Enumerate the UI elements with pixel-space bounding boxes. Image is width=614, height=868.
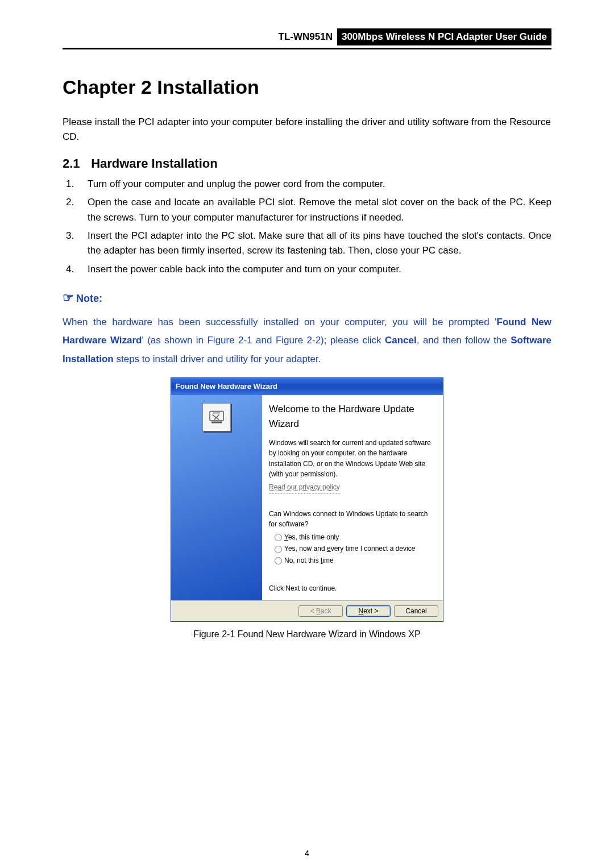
- dialog-main: Welcome to the Hardware Update Wizard Wi…: [262, 395, 443, 600]
- pointing-hand-icon: ☞: [63, 288, 74, 308]
- section-name: Hardware Installation: [91, 156, 218, 171]
- svg-rect-1: [211, 422, 222, 423]
- wizard-icon: [202, 403, 231, 431]
- header-divider: [63, 48, 551, 49]
- doc-title-banner: 300Mbps Wireless N PCI Adapter User Guid…: [337, 28, 551, 45]
- note-body: When the hardware has been successfully …: [63, 313, 551, 368]
- note-text: steps to install driver and utility for …: [114, 354, 321, 364]
- radio-text: No, not this: [284, 556, 321, 564]
- dialog-description: Windows will search for current and upda…: [269, 438, 436, 480]
- note-text: When the hardware has been successfully …: [63, 317, 497, 327]
- radio-no[interactable]: No, not this time: [275, 555, 436, 566]
- dialog-side-banner: [171, 395, 262, 600]
- dialog-button-row: < Back Next > Cancel: [171, 600, 443, 621]
- note-heading: ☞Note:: [63, 288, 551, 308]
- step-3: 3. Insert the PCI adapter into the PC sl…: [63, 229, 551, 259]
- radio-yes-always[interactable]: Yes, now and every time I connect a devi…: [275, 543, 436, 554]
- found-new-hardware-wizard-dialog: Found New Hardware Wizard Welcome to the…: [171, 377, 443, 622]
- step-text: Insert the PCI adapter into the PC slot.…: [88, 229, 551, 259]
- dialog-continue-hint: Click Next to continue.: [269, 583, 436, 594]
- hardware-install-steps: 1. Turn off your computer and unplug the…: [63, 177, 551, 277]
- step-text: Insert the power cable back into the com…: [88, 262, 401, 277]
- radio-group: Yes, this time only Yes, now and every t…: [269, 532, 436, 566]
- step-1: 1. Turn off your computer and unplug the…: [63, 177, 551, 192]
- step-number: 4.: [66, 262, 78, 277]
- chapter-title: Chapter 2 Installation: [63, 72, 551, 102]
- radio-input[interactable]: [275, 557, 282, 564]
- next-button[interactable]: Next >: [346, 605, 391, 617]
- dialog-heading: Welcome to the Hardware Update Wizard: [269, 402, 436, 432]
- radio-input[interactable]: [275, 546, 282, 553]
- note-text: ' (as shown in Figure 2-1 and Figure 2-2…: [142, 335, 385, 346]
- step-number: 1.: [66, 177, 78, 192]
- radio-input[interactable]: [275, 534, 282, 541]
- step-text: Open the case and locate an available PC…: [88, 195, 551, 225]
- note-bold: Cancel: [385, 335, 417, 346]
- step-number: 2.: [66, 195, 78, 225]
- radio-text: es, this time only: [288, 533, 339, 541]
- section-number: 2.1: [63, 154, 88, 173]
- back-button: < Back: [298, 605, 343, 617]
- section-2-1-title: 2.1 Hardware Installation: [63, 154, 551, 173]
- radio-text: ime: [322, 556, 333, 564]
- page-number: 4: [63, 846, 551, 859]
- doc-header: TL-WN951N 300Mbps Wireless N PCI Adapter…: [63, 28, 551, 45]
- radio-accel: Y: [284, 533, 288, 541]
- radio-text: very time I connect a device: [331, 545, 416, 553]
- figure-caption: Figure 2-1 Found New Hardware Wizard in …: [63, 628, 551, 642]
- step-2: 2. Open the case and locate an available…: [63, 195, 551, 225]
- privacy-policy-link[interactable]: Read our privacy policy: [269, 482, 340, 494]
- note-text: , and then follow the: [417, 335, 511, 346]
- dialog-titlebar[interactable]: Found New Hardware Wizard: [171, 378, 443, 395]
- step-text: Turn off your computer and unplug the po…: [88, 177, 385, 192]
- step-4: 4. Insert the power cable back into the …: [63, 262, 551, 277]
- radio-accel: e: [327, 545, 331, 553]
- radio-text: Yes, now and: [284, 545, 327, 553]
- dialog-question: Can Windows connect to Windows Update to…: [269, 509, 436, 530]
- radio-yes-once[interactable]: Yes, this time only: [275, 532, 436, 543]
- intro-paragraph: Please install the PCI adapter into your…: [63, 115, 551, 145]
- cancel-button[interactable]: Cancel: [394, 605, 438, 617]
- note-label: Note:: [76, 293, 102, 304]
- step-number: 3.: [66, 229, 78, 259]
- doc-model: TL-WN951N: [274, 28, 337, 45]
